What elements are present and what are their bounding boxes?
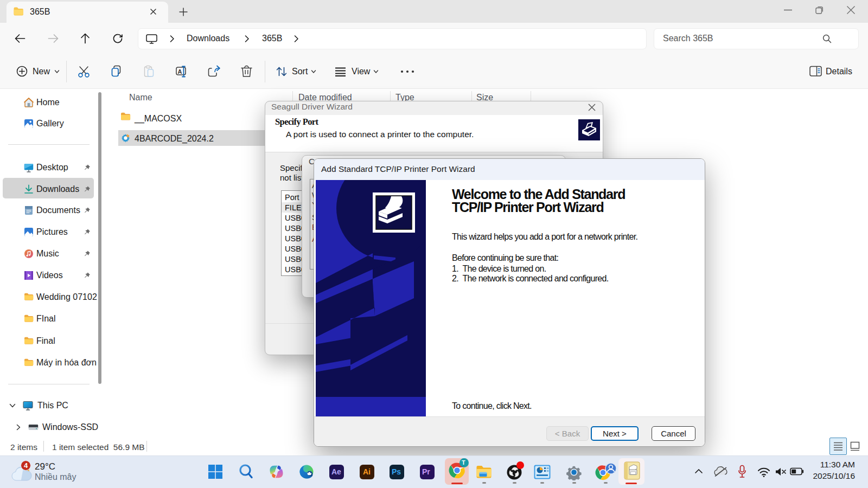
svg-text:A: A (178, 68, 182, 75)
